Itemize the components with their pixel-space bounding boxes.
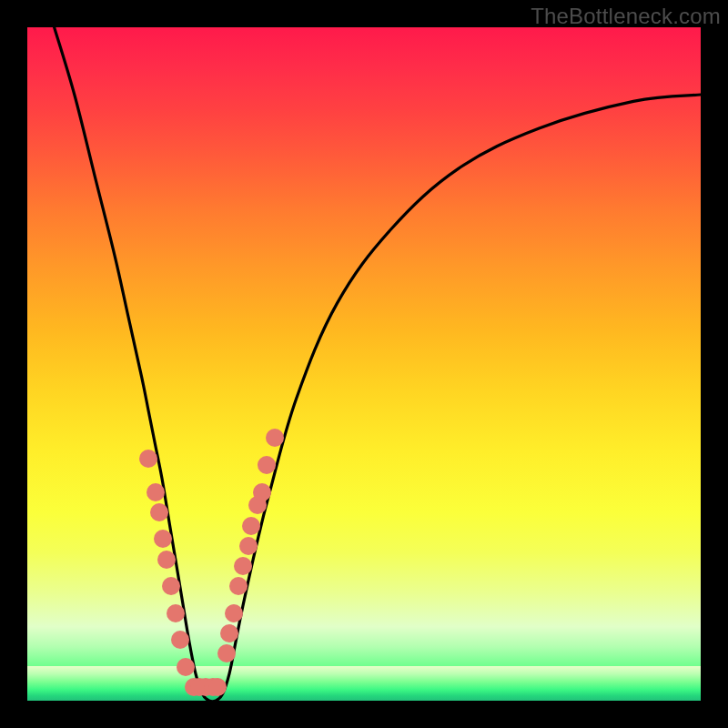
chart-frame: TheBottleneck.com: [0, 0, 728, 728]
sample-point: [167, 604, 185, 622]
plot-area: [27, 27, 701, 701]
sample-point: [162, 577, 180, 595]
sample-point: [150, 503, 168, 521]
sample-point: [225, 604, 243, 622]
watermark-text: TheBottleneck.com: [531, 4, 721, 29]
sample-point: [239, 537, 258, 555]
sample-point: [234, 557, 252, 575]
sample-point: [139, 450, 157, 468]
sample-point: [157, 551, 176, 569]
sample-point: [147, 483, 165, 501]
bottleneck-curve: [27, 27, 701, 701]
sample-point: [253, 483, 271, 501]
sample-point: [242, 517, 260, 535]
sample-point: [177, 658, 195, 676]
sample-point: [220, 624, 238, 642]
sample-point: [229, 577, 248, 595]
